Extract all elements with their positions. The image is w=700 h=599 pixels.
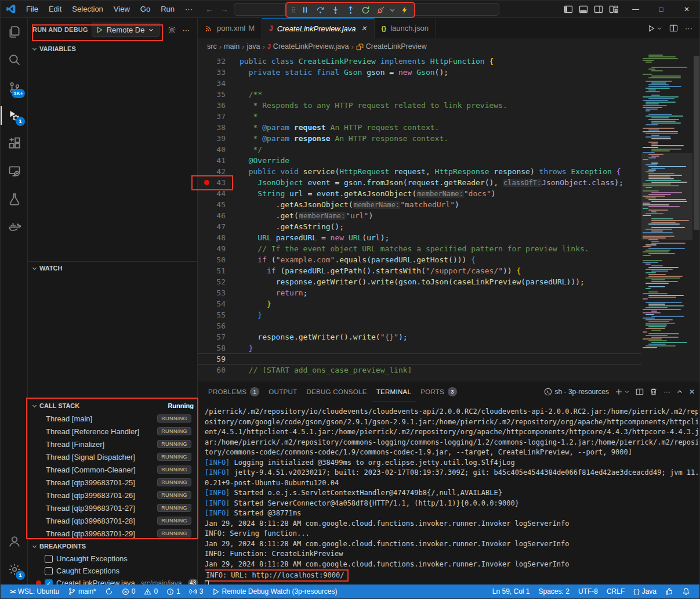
activity-item-run-and-debug[interactable]: 1	[1, 102, 28, 129]
status-0[interactable]: 0	[118, 585, 139, 598]
close-button[interactable]: ✕	[674, 1, 699, 18]
line-number[interactable]: 56	[209, 320, 226, 331]
gutter[interactable]: 53	[198, 287, 233, 298]
panel-tab-terminal[interactable]: TERMINAL	[372, 381, 416, 402]
thread-row[interactable]: Thread [main]RUNNING	[28, 412, 197, 425]
maximize-button[interactable]: □	[648, 1, 674, 18]
layout-sidebar-right-icon[interactable]	[594, 5, 603, 14]
status-0[interactable]: 0	[140, 585, 161, 598]
gutter[interactable]: 44	[198, 188, 233, 199]
close-tab-icon[interactable]: ✕	[361, 24, 367, 33]
gutter[interactable]: 45	[198, 199, 233, 210]
gutter[interactable]: 60	[198, 365, 233, 376]
line-number[interactable]: 49	[209, 243, 226, 254]
activity-item-testing[interactable]	[1, 185, 28, 213]
thread-row[interactable]: Thread [qtp399683701-28]RUNNING	[28, 514, 197, 527]
line-number[interactable]: 44	[209, 188, 226, 199]
gutter[interactable]: 47	[198, 221, 233, 232]
launch-config-picker[interactable]: Remote De	[92, 23, 160, 37]
editor-scrollbar[interactable]	[692, 55, 700, 381]
thread-row[interactable]: Thread [qtp399683701-27]RUNNING	[28, 501, 197, 514]
line-number[interactable]: 51	[209, 265, 226, 276]
code-line[interactable]: 58 }	[198, 342, 641, 353]
panel-tab-output[interactable]: OUTPUT	[264, 381, 302, 402]
status-wsl-ubuntu[interactable]: ><WSL: Ubuntu	[6, 585, 63, 598]
breadcrumb-item[interactable]: main	[224, 42, 240, 50]
menu-edit[interactable]: Edit	[44, 3, 66, 15]
thread-row[interactable]: Thread [Finalizer]RUNNING	[28, 438, 197, 450]
code-line[interactable]: 42 public void service(HttpRequest reque…	[198, 166, 641, 177]
activity-item-source-control[interactable]: 1K+	[1, 74, 28, 102]
code-line[interactable]: 47 .getAsString();	[198, 221, 641, 232]
gutter[interactable]: 36	[198, 100, 233, 111]
nav-forward-icon[interactable]: →	[220, 4, 229, 14]
line-number[interactable]: 58	[209, 342, 226, 353]
code-line[interactable]: 36 * Responds to any HTTP request relate…	[198, 100, 641, 111]
call-stack-header[interactable]: CALL STACK Running	[28, 399, 197, 412]
gutter[interactable]: 52	[198, 276, 233, 287]
gutter[interactable]: 56	[198, 320, 233, 331]
activity-item-accounts[interactable]	[1, 528, 28, 555]
layout-panel-icon[interactable]	[579, 5, 588, 14]
status-ln-59-col-1[interactable]: Ln 59, Col 1	[489, 585, 534, 598]
gutter[interactable]: 38	[198, 122, 233, 133]
kill-terminal-icon[interactable]	[650, 388, 658, 396]
thread-row[interactable]: Thread [Reference Handler]RUNNING	[28, 425, 197, 438]
gutter[interactable]: 34	[198, 78, 233, 89]
line-number[interactable]: 59	[209, 353, 226, 365]
chevron-down-icon[interactable]	[389, 3, 396, 16]
line-number[interactable]: 43	[209, 177, 226, 188]
line-number[interactable]: 32	[209, 56, 226, 67]
code-line[interactable]: 44 String url = event.getAsJsonObject(me…	[198, 188, 641, 199]
new-terminal-icon[interactable]	[615, 388, 630, 396]
gutter[interactable]: 32	[198, 56, 233, 67]
line-number[interactable]: 46	[209, 210, 226, 221]
watch-header[interactable]: WATCH	[28, 262, 197, 275]
panel-tab-problems[interactable]: PROBLEMS1	[204, 381, 264, 402]
line-number[interactable]: 53	[209, 287, 226, 298]
step-over-icon[interactable]	[313, 3, 327, 16]
nav-back-icon[interactable]: ←	[205, 4, 214, 14]
terminal-output[interactable]: /pierrick/.m2/repository/io/cloudevents/…	[205, 407, 698, 586]
breakpoint-checkbox[interactable]	[45, 555, 53, 563]
panel-tab-debug-console[interactable]: DEBUG CONSOLE	[302, 381, 371, 402]
line-number[interactable]: 39	[209, 133, 226, 144]
more-actions-icon[interactable]: ···	[182, 26, 190, 34]
menu-[interactable]: ···	[180, 3, 197, 15]
minimap[interactable]	[641, 55, 692, 381]
line-number[interactable]: 48	[209, 232, 226, 243]
breakpoints-header[interactable]: BREAKPOINTS	[28, 540, 197, 553]
gutter[interactable]: 43	[198, 177, 233, 188]
line-number[interactable]: 45	[209, 199, 226, 210]
tab-createlinkpreview-java[interactable]: JCreateLinkPreview.java✕	[262, 18, 375, 38]
maximize-panel-icon[interactable]	[676, 388, 683, 395]
gutter[interactable]: 41	[198, 155, 233, 166]
line-number[interactable]: 47	[209, 221, 226, 232]
status-sync[interactable]	[101, 585, 117, 598]
restart-icon[interactable]	[358, 3, 372, 16]
code-line[interactable]: 35 /**	[198, 89, 641, 100]
status-3[interactable]: 3	[186, 585, 207, 598]
code-line[interactable]: 38 * @param request An HTTP request cont…	[198, 122, 641, 133]
code-line[interactable]: 55 }	[198, 309, 641, 320]
gutter[interactable]: 42	[198, 166, 233, 177]
terminal-instance[interactable]: sh - 3p-resources	[544, 388, 609, 396]
code-line[interactable]: 43 JsonObject event = gson.fromJson(requ…	[198, 177, 641, 188]
line-number[interactable]: 38	[209, 122, 226, 133]
more-actions-icon[interactable]: ···	[663, 388, 670, 396]
activity-item-search[interactable]	[1, 46, 28, 74]
status-java[interactable]: { }Java	[630, 585, 660, 598]
disconnect-icon[interactable]	[373, 3, 387, 16]
thread-row[interactable]: Thread [qtp399683701-29]RUNNING	[28, 527, 197, 540]
gutter[interactable]: 39	[198, 133, 233, 144]
activity-item-settings[interactable]: 1	[1, 555, 28, 583]
menu-file[interactable]: File	[21, 3, 43, 15]
menu-selection[interactable]: Selection	[67, 3, 107, 15]
gutter[interactable]: 54	[198, 298, 233, 309]
minimize-button[interactable]: —	[623, 1, 648, 18]
menu-go[interactable]: Go	[136, 3, 155, 15]
gutter[interactable]: 46	[198, 210, 233, 221]
line-number[interactable]: 40	[209, 144, 226, 155]
run-java-icon[interactable]	[647, 24, 662, 33]
step-out-icon[interactable]	[343, 3, 357, 16]
